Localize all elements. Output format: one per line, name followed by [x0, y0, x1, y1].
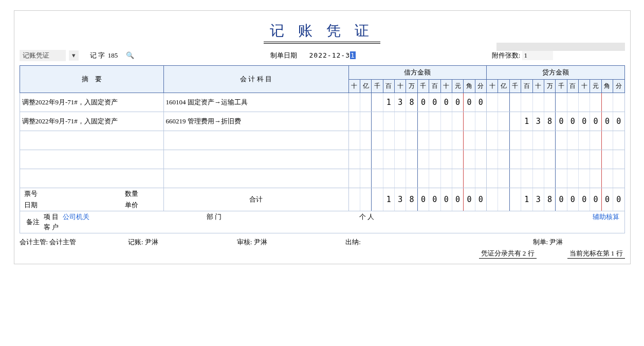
digit-cell: [510, 150, 521, 169]
unit-header: 万: [406, 80, 417, 93]
debit-cell[interactable]: [348, 150, 487, 169]
digit-cell: 8: [544, 112, 556, 131]
entry-row[interactable]: [20, 169, 624, 188]
summary-cell[interactable]: [20, 150, 163, 169]
digit-cell: [406, 112, 417, 131]
debit-cell[interactable]: 138000000: [348, 93, 487, 112]
digit-cell: [360, 188, 372, 211]
summary-cell[interactable]: [20, 131, 163, 150]
unit-header: 元: [590, 80, 601, 93]
digit-cell: [613, 93, 624, 112]
debit-cell[interactable]: [348, 169, 487, 188]
unit-header: 分: [613, 80, 624, 93]
digit-cell: [464, 150, 475, 169]
digit-cell: 0: [441, 93, 452, 112]
digit-cell: [510, 169, 521, 188]
digit-cell: [544, 169, 556, 188]
digit-cell: [590, 131, 601, 150]
credit-cell[interactable]: [487, 131, 625, 150]
account-cell[interactable]: 160104 固定资产→运输工具: [163, 93, 348, 112]
date-main: 2022-12-3: [309, 51, 350, 59]
digit-cell: [418, 169, 429, 188]
digit-cell: [383, 169, 395, 188]
project-link[interactable]: 公司机关: [63, 212, 89, 222]
search-icon[interactable]: 🔍: [126, 51, 134, 60]
digit-cell: 8: [406, 93, 417, 112]
digit-cell: [567, 93, 579, 112]
digit-cell: [602, 169, 613, 188]
account-cell[interactable]: [163, 150, 348, 169]
digit-cell: [556, 93, 567, 112]
digit-cell: 0: [452, 188, 464, 211]
summary-cell[interactable]: 调整2022年9月-71#，入固定资产: [20, 93, 163, 112]
digit-cell: [429, 131, 440, 150]
summary-cell[interactable]: 调整2022年9月-71#，入固定资产: [20, 112, 163, 131]
digit-cell: 0: [452, 93, 464, 112]
inv-date-label: 日期: [24, 201, 125, 210]
entry-row[interactable]: 调整2022年9月-71#，入固定资产160104 固定资产→运输工具13800…: [20, 93, 624, 112]
digit-cell: [521, 131, 532, 150]
digit-cell: [533, 131, 544, 150]
entry-row[interactable]: [20, 150, 624, 169]
unit-header: 千: [372, 80, 383, 93]
digit-cell: [372, 150, 383, 169]
digit-cell: [567, 131, 579, 150]
digit-cell: [383, 131, 395, 150]
digit-cell: [372, 112, 383, 131]
digit-cell: [533, 150, 544, 169]
digit-cell: [475, 169, 486, 188]
digit-cell: [441, 112, 452, 131]
digit-cell: 0: [475, 93, 486, 112]
unit-header: 千: [509, 80, 521, 93]
attachments-label: 附件张数:: [492, 51, 521, 59]
digit-cell: 3: [395, 93, 406, 112]
digit-cell: 0: [464, 188, 475, 211]
date-input[interactable]: 2022-12-31: [309, 51, 356, 59]
credit-cell[interactable]: [487, 169, 625, 188]
digit-cell: [349, 150, 360, 169]
digit-cell: [418, 112, 429, 131]
voucher-type-select[interactable]: 记账凭证: [20, 50, 66, 61]
credit-cell[interactable]: 138000000: [487, 112, 625, 131]
digit-cell: 0: [579, 188, 590, 211]
preparer-label: 制单:: [533, 238, 548, 246]
digit-cell: [613, 169, 624, 188]
account-cell[interactable]: 660219 管理费用→折旧费: [163, 112, 348, 131]
digit-cell: [349, 169, 360, 188]
debit-cell[interactable]: [348, 131, 487, 150]
digit-cell: [590, 169, 601, 188]
entry-row[interactable]: [20, 131, 624, 150]
attachments-input[interactable]: 1: [522, 51, 553, 60]
digit-cell: 1: [383, 93, 395, 112]
credit-cell[interactable]: [487, 150, 625, 169]
digit-cell: [372, 131, 383, 150]
digit-cell: [349, 93, 360, 112]
digit-cell: [602, 150, 613, 169]
digit-cell: [475, 112, 486, 131]
digit-cell: [579, 169, 590, 188]
digit-cell: [372, 93, 383, 112]
digit-cell: 0: [613, 112, 624, 131]
digit-cell: [395, 169, 406, 188]
digit-cell: 0: [567, 188, 579, 211]
voucher-type-dropdown-icon[interactable]: ▾: [69, 50, 79, 61]
digit-cell: [383, 150, 395, 169]
credit-cell[interactable]: [487, 93, 625, 112]
entry-row[interactable]: 调整2022年9月-71#，入固定资产660219 管理费用→折旧费138000…: [20, 112, 624, 131]
qty-label: 数量: [125, 189, 138, 198]
digit-cell: [372, 169, 383, 188]
summary-cell[interactable]: [20, 169, 163, 188]
unit-header: 亿: [498, 80, 509, 93]
account-cell[interactable]: [163, 169, 348, 188]
invoice-labels: 票号 日期 数量 单价: [20, 188, 163, 211]
aux-accounting-link[interactable]: 辅助核算: [593, 212, 619, 222]
date-cursor: 1: [350, 51, 356, 59]
debit-cell[interactable]: [348, 112, 487, 131]
supervisor-value: 会计主管: [49, 238, 76, 246]
account-cell[interactable]: [163, 131, 348, 150]
digit-cell: [464, 169, 475, 188]
voucher-container: 记 账 凭 证 记账凭证 ▾ 记 字 185 🔍 制单日期 2022-12-31…: [14, 10, 631, 264]
voucher-no-value[interactable]: 185: [108, 51, 118, 60]
digit-cell: [418, 150, 429, 169]
header-summary: 摘 要: [20, 66, 163, 93]
